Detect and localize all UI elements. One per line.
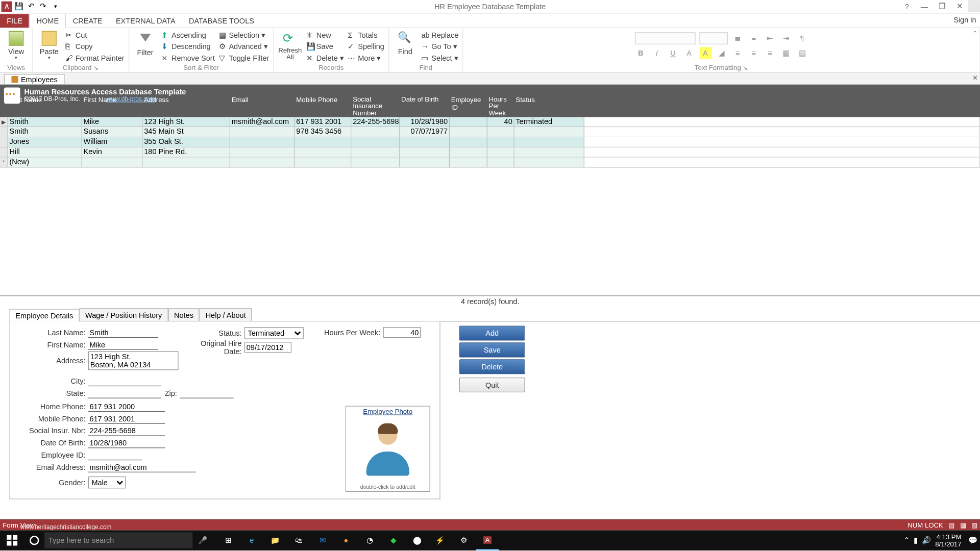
col-mobile[interactable]: Mobile Phone [295, 95, 352, 117]
numbering-button[interactable]: ≡ [748, 32, 760, 44]
tab-database-tools[interactable]: DATABASE TOOLS [182, 14, 261, 28]
status-select[interactable]: Terminated [244, 327, 304, 339]
table-row[interactable]: ▶ Smith Mike 123 High St. msmith@aol.com… [0, 117, 980, 128]
tab-home[interactable]: HOME [29, 13, 66, 28]
bullets-button[interactable]: ≣ [731, 32, 744, 44]
table-row[interactable]: Jones William 355 Oak St. [0, 137, 980, 147]
tab-external-data[interactable]: EXTERNAL DATA [109, 14, 182, 28]
tray-up-icon[interactable]: ⌃ [903, 536, 910, 545]
font-family-combo[interactable] [634, 32, 695, 44]
fill-color-button[interactable]: ◢ [716, 47, 728, 59]
copy-button[interactable]: ⎘Copy [65, 41, 125, 52]
mic-icon[interactable]: 🎤 [192, 536, 213, 545]
indent-left-button[interactable]: ⇤ [764, 32, 776, 44]
table-row[interactable]: Hill Kevin 180 Pine Rd. [0, 147, 980, 158]
firefox-button[interactable]: ● [335, 530, 358, 550]
view-datasheet-icon[interactable]: ▦ [960, 521, 966, 529]
quit-button[interactable]: Quit [459, 378, 525, 392]
notifications-icon[interactable]: 💬 [968, 536, 977, 545]
ltr-button[interactable]: ¶ [796, 32, 808, 44]
email-input[interactable] [88, 462, 196, 472]
network-icon[interactable]: ▮ [914, 536, 918, 545]
edge-button[interactable]: e [240, 530, 263, 550]
start-button[interactable] [0, 530, 24, 550]
app2-button[interactable]: ⬤ [405, 530, 428, 550]
more-button[interactable]: ⋯More ▾ [348, 53, 384, 63]
descending-button[interactable]: ⬇Descending [161, 41, 214, 52]
col-address[interactable]: Address [143, 95, 230, 117]
collapse-ribbon-icon[interactable]: ⌃ [972, 30, 978, 37]
font-color-button[interactable]: A [683, 47, 695, 59]
clipboard-launcher-icon[interactable]: ↘ [93, 65, 99, 71]
last-name-input[interactable] [88, 327, 158, 338]
mobile-phone-input[interactable] [88, 413, 165, 424]
new-record-button[interactable]: ✳New [306, 30, 344, 40]
find-button[interactable]: 🔍 Find [393, 30, 417, 63]
col-empid[interactable]: Employee ID [450, 95, 487, 117]
new-row[interactable]: * (New) [0, 158, 980, 168]
tab-file[interactable]: FILE [0, 14, 29, 28]
chrome-button[interactable]: ◔ [358, 530, 381, 550]
bold-button[interactable]: B [634, 47, 647, 59]
totals-button[interactable]: ΣTotals [348, 30, 384, 40]
format-painter-button[interactable]: 🖌Format Painter [65, 53, 125, 63]
paste-button[interactable]: Paste ▾ [37, 30, 61, 63]
home-phone-input[interactable] [88, 401, 165, 412]
hire-date-input[interactable] [244, 342, 291, 353]
row-selector-icon[interactable]: ▶ [0, 117, 8, 127]
address-input[interactable]: 123 High St. Boston, MA 02134 [88, 352, 179, 370]
spelling-button[interactable]: ✓Spelling [348, 41, 384, 52]
view-form-icon[interactable]: ▤ [948, 521, 954, 529]
help-icon[interactable]: ? [898, 0, 916, 13]
app3-button[interactable]: ⚡ [429, 530, 452, 550]
align-center-button[interactable]: ≡ [748, 47, 760, 59]
table-row[interactable]: Smith Susans 345 Main St 978 345 3456 07… [0, 127, 980, 137]
sin-input[interactable] [88, 425, 165, 436]
tab-wage-position[interactable]: Wage / Position History [79, 308, 168, 321]
row-selector-icon[interactable] [0, 127, 8, 136]
view-layout-icon[interactable]: ▧ [971, 521, 977, 529]
underline-button[interactable]: U [667, 47, 679, 59]
align-left-button[interactable]: ≡ [731, 47, 744, 59]
close-doctab-icon[interactable]: ✕ [972, 74, 978, 82]
first-name-input[interactable] [88, 339, 158, 350]
view-button[interactable]: View ▾ [4, 30, 28, 61]
clock[interactable]: 4:13 PM8/1/2017 [935, 533, 964, 548]
selection-button[interactable]: ▦Selection ▾ [219, 30, 270, 40]
employee-photo-panel[interactable]: Employee Photo double-click to add/edit [346, 406, 430, 492]
delete-record-button[interactable]: ✕Delete ▾ [306, 53, 344, 63]
store-button[interactable]: 🛍 [287, 530, 310, 550]
close-icon[interactable]: ✕ [950, 0, 968, 13]
minimize-icon[interactable]: — [916, 0, 933, 13]
col-last-name[interactable]: Last Name [8, 95, 82, 117]
col-hpw[interactable]: Hours Per Week [487, 95, 514, 117]
new-row-icon[interactable]: * [0, 158, 8, 167]
advanced-button[interactable]: ⚙Advanced ▾ [219, 41, 270, 52]
cut-button[interactable]: ✂Cut [65, 30, 125, 40]
indent-right-button[interactable]: ⇥ [780, 32, 792, 44]
dob-input[interactable] [88, 437, 165, 448]
select-button[interactable]: ▭Select ▾ [421, 53, 458, 63]
col-status[interactable]: Status [514, 95, 584, 117]
filter-button[interactable]: Filter [133, 30, 157, 63]
row-selector-icon[interactable] [0, 137, 8, 146]
maximize-icon[interactable]: ❐ [933, 0, 950, 13]
access-taskbar-button[interactable]: A [476, 530, 499, 550]
tab-create[interactable]: CREATE [66, 14, 109, 28]
save-icon[interactable]: 💾 [13, 1, 24, 12]
remove-sort-button[interactable]: ⨯Remove Sort [161, 53, 214, 63]
user-icon[interactable] [968, 0, 980, 12]
italic-button[interactable]: I [651, 47, 663, 59]
sign-in-link[interactable]: Sign in [953, 15, 976, 23]
city-input[interactable] [88, 375, 161, 386]
add-button[interactable]: Add [459, 325, 525, 340]
empid-input[interactable] [88, 449, 142, 460]
goto-button[interactable]: →Go To ▾ [421, 41, 458, 52]
alt-row-color-button[interactable]: ▤ [796, 47, 808, 59]
highlight-button[interactable]: A [699, 47, 712, 59]
qat-customize-icon[interactable]: ▾ [50, 1, 61, 12]
undo-icon[interactable]: ↶ [26, 1, 36, 12]
col-dob[interactable]: Date of Birth [400, 95, 450, 117]
textfmt-launcher-icon[interactable]: ↘ [743, 65, 748, 71]
redo-icon[interactable]: ↷ [38, 1, 48, 12]
